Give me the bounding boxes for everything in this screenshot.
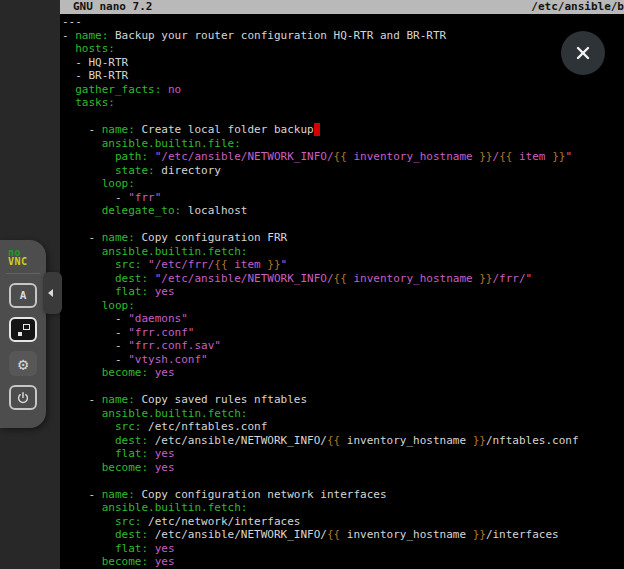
code-line: - name: Copy configuration FRR	[62, 231, 624, 245]
text-cursor	[314, 123, 321, 136]
code-line: dest: /etc/ansible/NETWORK_INFO/{{ inven…	[62, 528, 624, 542]
code-line: - "daemons"	[62, 312, 624, 326]
code-line: - "frr.conf"	[62, 326, 624, 340]
code-line: ---	[62, 15, 624, 29]
code-line: src: /etc/nftables.conf	[62, 420, 624, 434]
code-line: loop:	[62, 299, 624, 313]
code-line: - "vtysh.conf"	[62, 353, 624, 367]
desktop: GNU nano 7.2 /etc/ansible/b ---- name: B…	[0, 0, 624, 569]
code-line: ansible.builtin.fetch:	[62, 407, 624, 421]
code-line: tasks:	[62, 96, 624, 110]
code-line: - name: Copy saved rules nftables	[62, 393, 624, 407]
code-line: - name: Create local folder backup	[62, 123, 624, 137]
code-line: - name: Backup your router configuration…	[62, 29, 624, 43]
code-line: hosts:	[62, 42, 624, 56]
editor-content[interactable]: ---- name: Backup your router configurat…	[62, 15, 624, 569]
fullscreen-button[interactable]	[9, 317, 37, 342]
code-line: src: /etc/network/interfaces	[62, 515, 624, 529]
novnc-logo: no VNC	[8, 249, 46, 266]
code-line: become: yes	[62, 461, 624, 475]
code-line: gather_facts: no	[62, 83, 624, 97]
novnc-control-bar: no VNC A ⚙	[0, 240, 46, 428]
code-line: dest: /etc/ansible/NETWORK_INFO/{{ inven…	[62, 434, 624, 448]
code-line: - HQ-RTR	[62, 56, 624, 70]
code-line: - "frr"	[62, 191, 624, 205]
keyboard-button[interactable]: A	[9, 283, 37, 308]
code-line: ansible.builtin.fetch:	[62, 245, 624, 259]
terminal-window: GNU nano 7.2 /etc/ansible/b ---- name: B…	[60, 0, 624, 569]
code-line: flat: yes	[62, 447, 624, 461]
code-line	[62, 110, 624, 124]
x-icon	[574, 44, 592, 62]
code-line: - name: Copy configuration network inter…	[62, 488, 624, 502]
settings-button[interactable]: ⚙	[9, 351, 37, 376]
close-button[interactable]	[561, 31, 605, 75]
code-line: ansible.builtin.file:	[62, 137, 624, 151]
code-line: - BR-RTR	[62, 69, 624, 83]
code-line: loop:	[62, 177, 624, 191]
code-line: become: yes	[62, 555, 624, 569]
code-line: flat: yes	[62, 542, 624, 556]
control-bar-handle[interactable]	[43, 272, 62, 314]
nano-titlebar: GNU nano 7.2 /etc/ansible/b	[60, 0, 624, 14]
power-icon	[16, 391, 30, 405]
nano-file-path: /etc/ansible/b	[531, 0, 624, 14]
code-line	[62, 380, 624, 394]
code-line: become: yes	[62, 366, 624, 380]
code-line: dest: "/etc/ansible/NETWORK_INFO/{{ inve…	[62, 272, 624, 286]
code-line: delegate_to: localhost	[62, 204, 624, 218]
novnc-logo-vnc: VNC	[8, 258, 46, 267]
code-line: flat: yes	[62, 285, 624, 299]
code-line: src: "/etc/frr/{{ item }}"	[62, 258, 624, 272]
code-line: - "frr.conf.sav"	[62, 339, 624, 353]
code-line	[62, 474, 624, 488]
control-bar-separator	[6, 273, 40, 274]
collapse-left-arrow-icon	[48, 289, 53, 297]
code-line	[62, 218, 624, 232]
nano-app-title: GNU nano 7.2	[73, 0, 152, 14]
code-line: path: "/etc/ansible/NETWORK_INFO/{{ inve…	[62, 150, 624, 164]
code-line: state: directory	[62, 164, 624, 178]
fullscreen-icon	[17, 324, 30, 336]
power-button[interactable]	[9, 385, 37, 410]
a-key-icon: A	[20, 289, 27, 302]
gear-icon: ⚙	[18, 354, 28, 374]
code-line: ansible.builtin.fetch:	[62, 501, 624, 515]
